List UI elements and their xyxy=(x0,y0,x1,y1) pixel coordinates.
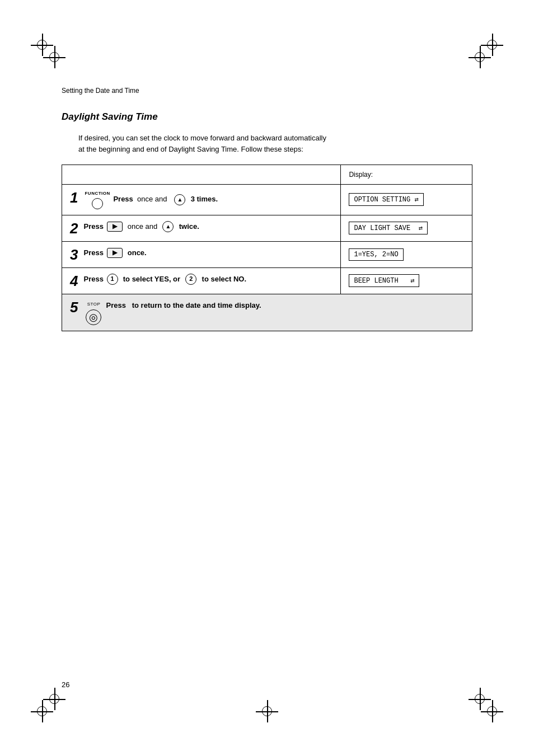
btn-up-1: ▲ xyxy=(174,194,185,205)
reg-mark-bl-inner xyxy=(43,688,65,710)
step-3-cell: 3 Press ▶ once. xyxy=(62,241,341,267)
table-row: 5 STOP ◎ Press to return to the date and… xyxy=(62,294,472,331)
step-3-display-cell: 1=YES, 2=NO xyxy=(341,241,472,267)
table-row: 1 FUNCTION Press once and ▲ 3 times. xyxy=(62,185,472,215)
page-content: Setting the Date and Time Daylight Savin… xyxy=(62,87,472,331)
step-2-display: DAY LIGHT SAVE ⇄ xyxy=(349,222,427,234)
step-1-times: 3 times. xyxy=(191,195,218,203)
step-4-content: Press 1 to select YES, or 2 to select NO… xyxy=(83,274,332,285)
breadcrumb: Setting the Date and Time xyxy=(62,87,472,95)
display-header-cell: Display: xyxy=(341,165,472,185)
step-3-once: once. xyxy=(128,248,147,257)
step-1-text: FUNCTION Press once and ▲ 3 times. xyxy=(83,195,218,203)
step-4-display-cell: BEEP LENGTH ⇄ xyxy=(341,267,472,294)
reg-mark-tl-inner xyxy=(43,46,65,68)
step-header-cell xyxy=(62,165,341,185)
btn-play-2: ▶ xyxy=(107,222,123,232)
step-1-number: 1 xyxy=(70,190,78,205)
reg-mark-bc xyxy=(256,700,278,722)
step-1-display-cell: OPTION SETTING ⇄ xyxy=(341,185,472,215)
step-5-cell: 5 STOP ◎ Press to return to the date and… xyxy=(62,294,472,331)
btn-up-2: ▲ xyxy=(162,221,174,232)
step-4-yes: to select YES, or xyxy=(123,275,180,283)
step-5-return: to return to the date and time display. xyxy=(132,301,261,309)
step-1-cell: 1 FUNCTION Press once and ▲ 3 times. xyxy=(62,185,341,215)
step-4-cell: 4 Press 1 to select YES, or 2 to select … xyxy=(62,267,341,294)
section-title: Daylight Saving Time xyxy=(62,111,472,123)
step-2-content: Press ▶ once and ▲ twice. xyxy=(83,221,332,233)
step-4-text: Press 1 to select YES, or 2 to select NO… xyxy=(83,275,246,283)
step-5-text: Press to return to the date and time dis… xyxy=(106,301,261,309)
step-4-number: 4 xyxy=(70,274,78,288)
stop-label-wrapper: STOP ◎ xyxy=(85,301,102,325)
step-2-twice: twice. xyxy=(179,222,199,231)
btn-2: 2 xyxy=(185,274,196,285)
step-1-display: OPTION SETTING ⇄ xyxy=(349,193,423,206)
instructions-table: Display: 1 FUNCTION Press once and ▲ xyxy=(62,165,472,331)
step-1-text-once: once and xyxy=(137,195,167,203)
page-number: 26 xyxy=(62,680,69,689)
step-4-display: BEEP LENGTH ⇄ xyxy=(349,274,419,287)
step-3-text: Press ▶ once. xyxy=(83,248,146,257)
table-row: 2 Press ▶ once and ▲ twice. DAY LIGHT SA… xyxy=(62,215,472,241)
step-5-number: 5 xyxy=(70,300,78,314)
step-3-content: Press ▶ once. xyxy=(83,247,332,259)
btn-function xyxy=(92,198,103,209)
table-row: 3 Press ▶ once. 1=YES, 2=NO xyxy=(62,241,472,267)
step-1-content: FUNCTION Press once and ▲ 3 times. xyxy=(83,190,332,209)
step-4-no: to select NO. xyxy=(202,275,246,283)
stop-label: STOP xyxy=(87,301,101,308)
step-2-number: 2 xyxy=(70,221,78,236)
step-3-number: 3 xyxy=(70,247,78,262)
step-2-cell: 2 Press ▶ once and ▲ twice. xyxy=(62,215,341,241)
step-2-text: Press ▶ once and ▲ twice. xyxy=(83,222,199,231)
btn-1: 1 xyxy=(107,274,118,285)
function-label-wrapper: FUNCTION xyxy=(85,190,110,209)
table-row: 4 Press 1 to select YES, or 2 to select … xyxy=(62,267,472,294)
step-2-display-cell: DAY LIGHT SAVE ⇄ xyxy=(341,215,472,241)
btn-stop: ◎ xyxy=(86,309,101,325)
step-2-once: once and xyxy=(128,222,158,231)
step-3-display: 1=YES, 2=NO xyxy=(349,248,403,261)
function-label: FUNCTION xyxy=(85,190,110,198)
btn-play-3: ▶ xyxy=(107,248,123,258)
reg-mark-tr-inner xyxy=(469,46,491,68)
step-5-content: STOP ◎ Press to return to the date and t… xyxy=(83,300,464,325)
intro-text: If desired, you can set the clock to mov… xyxy=(78,133,472,154)
table-header-row: Display: xyxy=(62,165,472,185)
reg-mark-br-inner xyxy=(469,688,491,710)
